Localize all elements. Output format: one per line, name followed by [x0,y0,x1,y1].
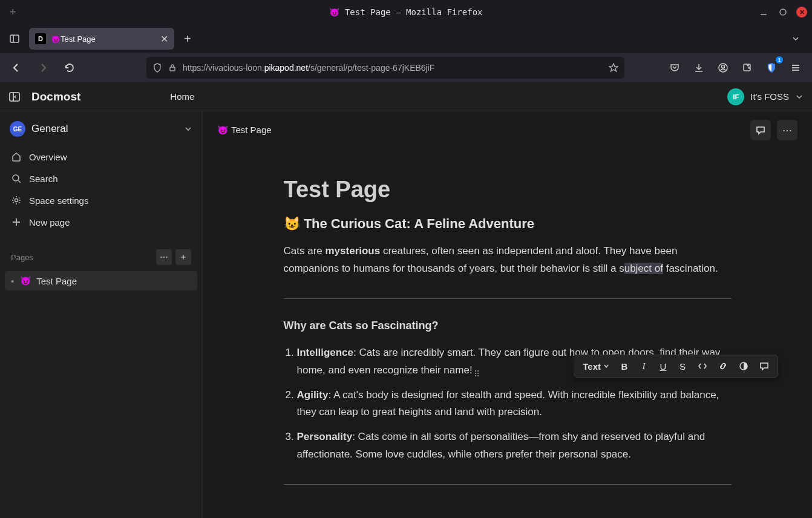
browser-tab[interactable]: D 😈Test Page ✕ [29,28,174,50]
plus-icon [11,217,22,228]
app-header: Docmost Home IF It's FOSS [0,82,812,111]
strikethrough-button[interactable]: S [673,359,692,374]
sidebar-item-settings[interactable]: Space settings [5,190,197,211]
text-style-dropdown[interactable]: Text [578,359,614,374]
underline-button[interactable]: U [654,359,672,374]
pages-more-button[interactable]: ⋯ [156,249,172,265]
window-title: 😈 Test Page — Mozilla Firefox [0,7,812,17]
svg-point-17 [15,199,18,202]
home-icon [11,151,22,162]
comments-icon[interactable] [750,120,771,140]
close-window-button[interactable]: ✕ [796,7,807,18]
maximize-button[interactable] [777,6,789,18]
new-tab-button[interactable]: + [179,30,196,48]
drag-handle-icon[interactable]: ⠿ [474,369,480,379]
pocket-icon[interactable] [664,57,685,78]
floating-toolbar: Text B I U S [574,355,778,378]
user-name: It's FOSS [750,91,789,102]
lock-icon[interactable] [168,64,177,72]
content-actions: ⋯ [750,120,797,140]
tab-favicon: D [35,33,46,44]
space-badge: GE [10,121,25,137]
sidebar-item-overview[interactable]: Overview [5,146,197,167]
doc-heading[interactable]: 😺 The Curious Cat: A Feline Adventure [284,216,732,232]
space-selector[interactable]: GE General [5,117,197,140]
document[interactable]: Test Page 😺 The Curious Cat: A Feline Ad… [278,177,738,485]
italic-button[interactable]: I [635,359,653,374]
tabs-overflow-icon[interactable] [791,34,800,43]
search-icon [11,173,22,184]
sidebar-item-label: Search [29,174,58,184]
divider [284,484,732,485]
comment-button[interactable] [755,359,774,373]
app-name: Docmost [31,90,80,103]
text-selection: ubject of [624,263,663,274]
chevron-down-icon [184,125,192,133]
content-area: 😈 Test Page ⋯ ⠿ Test Page 😺 The Curious … [203,111,812,518]
pages-header: Pages ⋯ ＋ [5,247,197,267]
section-title[interactable]: Why are Cats so Fascinating? [284,320,732,332]
devil-icon: 😈 [329,7,339,17]
home-link[interactable]: Home [170,91,194,102]
sidebar-item-label: Overview [29,152,67,162]
page-label: Test Page [36,276,77,286]
pages-add-button[interactable]: ＋ [175,249,191,265]
sidebar-toggle-icon[interactable] [8,91,21,103]
window-titlebar: + 😈 Test Page — Mozilla Firefox ✕ [0,0,812,24]
link-button[interactable] [713,359,733,373]
account-icon[interactable] [713,57,733,78]
page-list: • 😈 Test Page [5,271,197,290]
space-name: General [31,123,178,135]
svg-rect-2 [10,35,19,42]
bitwarden-icon[interactable]: 1 [761,57,782,78]
sidebar-item-label: New page [29,217,70,228]
sidebar-item-label: Space settings [29,195,88,206]
svg-point-1 [780,9,786,15]
list-item[interactable]: Personality: Cats come in all sorts of p… [297,428,732,464]
avatar: IF [727,88,744,105]
more-icon[interactable]: ⋯ [777,120,797,140]
reload-button[interactable] [59,57,80,78]
svg-point-9 [722,65,725,68]
badge-count: 1 [776,56,783,64]
chevron-down-icon [795,93,804,101]
color-button[interactable] [734,359,753,373]
back-button[interactable] [6,57,27,78]
svg-rect-4 [170,67,175,71]
page-emoji: 😈 [20,275,31,286]
extensions-icon[interactable] [737,57,758,78]
close-tab-icon[interactable]: ✕ [160,33,168,45]
tab-strip: D 😈Test Page ✕ + [0,24,812,53]
hamburger-menu-icon[interactable] [785,57,806,78]
url-bar[interactable]: https://vivacious-loon.pikapod.net/s/gen… [146,57,624,79]
window-title-text: Test Page — Mozilla Firefox [345,7,483,17]
bold-button[interactable]: B [615,359,634,374]
main-layout: GE General Overview Search [0,111,812,518]
gear-icon [11,195,22,206]
user-menu[interactable]: IF It's FOSS [727,88,804,105]
breadcrumb[interactable]: 😈 Test Page [217,125,272,136]
sidebar-item-new-page[interactable]: New page [5,212,197,232]
code-button[interactable] [693,359,712,373]
shield-icon[interactable] [152,63,162,73]
nav-bar: https://vivacious-loon.pikapod.net/s/gen… [0,53,812,82]
sidebar-tabs-icon[interactable] [5,29,24,48]
downloads-icon[interactable] [689,57,709,78]
window-controls: ✕ [758,6,807,18]
url-text: https://vivacious-loon.pikapod.net/s/gen… [183,63,603,73]
new-tab-button-top[interactable]: + [10,6,16,19]
tab-title: 😈Test Page [51,34,156,44]
sidebar-item-search[interactable]: Search [5,168,197,189]
sidebar: GE General Overview Search [0,111,203,518]
list-item[interactable]: Agility: A cat's body is designed for st… [297,387,732,422]
forward-button[interactable] [33,57,53,78]
page-item[interactable]: • 😈 Test Page [5,271,197,290]
content-header: 😈 Test Page ⋯ [203,111,812,140]
divider [284,298,732,299]
doc-paragraph[interactable]: Cats are mysterious creatures, often see… [284,243,732,278]
minimize-button[interactable] [758,6,770,18]
pages-label: Pages [11,253,152,262]
bookmark-star-icon[interactable] [609,63,618,73]
bullet-icon: • [11,276,14,286]
page-title[interactable]: Test Page [284,177,732,203]
